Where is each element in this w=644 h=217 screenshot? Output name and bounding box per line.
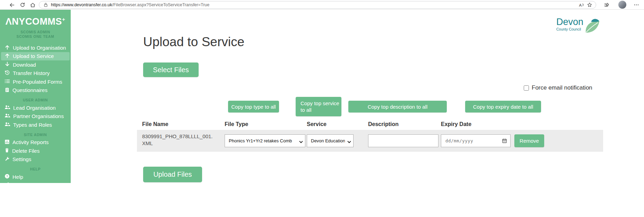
sidebar-item-upload-to-service[interactable]: Upload to Service — [1, 52, 70, 61]
app-window: https://www.devontransfer.co.uk/FileBrow… — [0, 0, 644, 217]
anycomms-logo: ΛNYCOMMS+ — [0, 10, 71, 27]
history-icon — [5, 70, 10, 76]
back-icon[interactable] — [8, 1, 16, 9]
arrow-up-icon — [5, 44, 10, 51]
column-header-expiry-date: Expiry Date — [441, 121, 471, 127]
expiry-date-field — [441, 134, 511, 147]
column-header-file-type: File Type — [225, 121, 248, 127]
users-icon — [5, 122, 10, 128]
upload-files-button[interactable]: Upload Files — [143, 167, 202, 182]
expiry-date-input[interactable] — [441, 138, 502, 143]
copy-top-description-button[interactable]: Copy top description to all — [348, 101, 447, 112]
force-email-label: Force email notification — [532, 84, 592, 91]
profile-avatar[interactable] — [618, 1, 626, 9]
leaf-icon — [584, 17, 601, 35]
column-header-service: Service — [307, 121, 327, 127]
sidebar-item-pre-populated-forms[interactable]: Pre-Populated Forms — [0, 77, 71, 86]
force-email-checkbox[interactable] — [524, 85, 529, 91]
service-select[interactable]: Devon Education Ser — [307, 134, 354, 147]
lock-icon[interactable] — [43, 2, 48, 7]
remove-file-button[interactable]: Remove — [514, 134, 544, 147]
svg-text:?: ? — [6, 175, 8, 178]
sidebar-item-transfer-history[interactable]: Transfer History — [0, 69, 71, 78]
column-header-description: Description — [368, 121, 399, 127]
svg-text:A: A — [579, 2, 582, 7]
users-icon — [5, 105, 10, 111]
file-type-select[interactable]: Phonics Yr1+Yr2 retakes Comb — [225, 134, 305, 147]
sidebar-item-settings[interactable]: Settings — [0, 155, 71, 164]
favorites-hub-icon[interactable] — [602, 1, 611, 9]
refresh-icon[interactable] — [18, 1, 27, 9]
select-files-button[interactable]: Select Files — [143, 62, 199, 77]
list-icon — [5, 78, 10, 85]
section-site-admin: SITE ADMIN — [0, 129, 71, 138]
help-icon: ? — [5, 174, 10, 180]
account-name: SCOMIS ADMIN — [0, 30, 71, 34]
read-aloud-icon[interactable]: A — [577, 1, 585, 9]
users-icon — [5, 113, 10, 119]
favorites-star-icon[interactable] — [585, 1, 594, 9]
service-select-wrap: Devon Education Ser — [307, 134, 354, 147]
sidebar-item-types-and-roles[interactable]: Types and Roles — [0, 120, 71, 129]
force-email-notification: Force email notification — [524, 84, 592, 91]
column-header-file-name: File Name — [142, 121, 168, 127]
file-type-select-wrap: Phonics Yr1+Yr2 retakes Comb — [225, 134, 305, 147]
sidebar-item-delete-files[interactable]: Delete Files — [0, 147, 71, 155]
address-bar[interactable]: https://www.devontransfer.co.uk/FileBrow… — [39, 1, 596, 9]
sidebar: ΛNYCOMMS+ SCOMIS ADMIN SCOMIS ONE TEAM U… — [0, 10, 71, 183]
file-name-cell: 8309991_PHO_878LLLL_001.XML — [142, 133, 213, 147]
sidebar-item-download[interactable]: Download — [0, 60, 71, 69]
sidebar-item-help[interactable]: ? Help — [0, 173, 71, 181]
copy-top-service-button[interactable]: Copy top service to all — [296, 97, 341, 116]
clipboard-icon — [5, 87, 10, 93]
arrow-down-icon — [5, 61, 10, 68]
sidebar-menu: Upload to Organisation Upload to Service… — [0, 43, 71, 190]
chart-icon — [5, 139, 10, 145]
sidebar-item-upload-to-organisation[interactable]: Upload to Organisation — [0, 43, 71, 52]
link-icon — [5, 182, 10, 189]
menu-ellipsis-icon[interactable] — [632, 1, 641, 9]
section-user-admin: USER ADMIN — [0, 94, 71, 103]
sidebar-item-lead-organisation[interactable]: Lead Organisation — [0, 103, 71, 112]
team-name: SCOMIS ONE TEAM — [0, 34, 71, 39]
arrow-up-icon — [5, 53, 10, 59]
sidebar-item-links[interactable]: Links — [0, 181, 71, 190]
calendar-icon[interactable] — [502, 138, 507, 143]
sidebar-item-activity-reports[interactable]: Activity Reports — [0, 138, 71, 147]
wrench-icon — [5, 156, 10, 162]
section-help: HELP — [0, 164, 71, 173]
sidebar-item-questionnaires[interactable]: Questionnaires — [0, 86, 71, 95]
sidebar-item-partner-organisations[interactable]: Partner Organisations — [0, 112, 71, 121]
trash-icon — [5, 148, 9, 154]
home-icon[interactable] — [28, 1, 37, 9]
devon-county-council-logo: Devon County Council — [556, 17, 601, 35]
copy-top-expiry-button[interactable]: Copy top expiry date to all — [465, 101, 541, 112]
url-text: https://www.devontransfer.co.uk/FileBrow… — [51, 2, 209, 7]
copy-top-type-button[interactable]: Copy top type to all — [228, 101, 279, 112]
description-input[interactable] — [368, 134, 438, 147]
browser-toolbar: https://www.devontransfer.co.uk/FileBrow… — [0, 0, 644, 10]
page-title: Upload to Service — [143, 35, 244, 49]
